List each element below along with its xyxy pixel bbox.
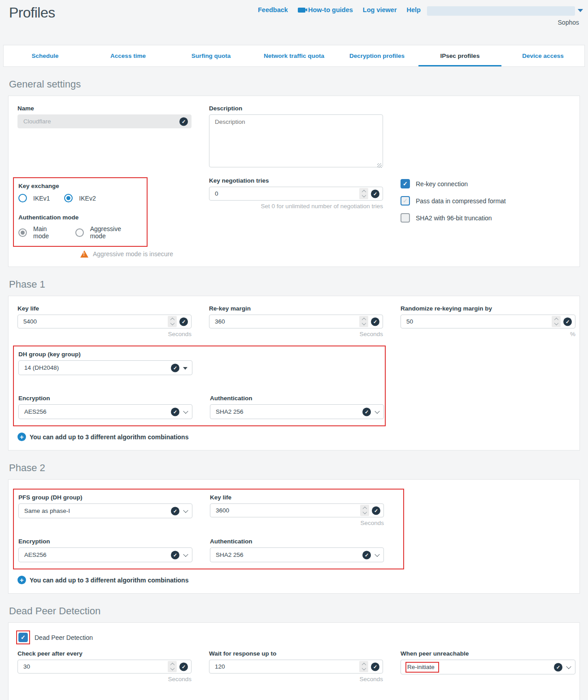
phase2-encryption-select[interactable]: AES256 ✓	[18, 547, 192, 562]
number-stepper[interactable]	[168, 316, 177, 327]
help-link[interactable]: Help	[407, 6, 421, 13]
phase1-authentication-select[interactable]: SHA2 256 ✓	[210, 404, 384, 419]
valid-check-icon: ✓	[171, 507, 179, 515]
reinitiate-highlight-box: Re-initiate	[405, 662, 439, 673]
phase2-algorithms-highlight-box: PFS group (DH group) Same as phase-I ✓ K…	[13, 489, 404, 569]
wait-response-unit: Seconds	[209, 676, 383, 682]
phase2-add-note: You can add up to 3 different algorithm …	[30, 577, 188, 584]
tab-decryption-profiles[interactable]: Decryption profiles	[335, 45, 418, 66]
phase2-key-life-unit: Seconds	[210, 520, 384, 526]
dpd-checkbox[interactable]: ✓	[18, 633, 28, 642]
valid-check-icon: ✓	[171, 551, 179, 559]
pass-compressed-checkbox[interactable]: ✓	[401, 196, 410, 206]
name-input	[17, 114, 192, 128]
aggressive-warning-text: Aggressive mode is insecure	[93, 250, 173, 258]
resize-grip-icon[interactable]	[377, 163, 382, 168]
peer-unreachable-label: When peer unreachable	[401, 650, 575, 657]
radio-main-mode[interactable]	[18, 228, 27, 237]
peer-unreachable-select[interactable]: Re-initiate ✓	[401, 660, 575, 674]
tab-network-traffic-quota[interactable]: Network traffic quota	[253, 45, 335, 66]
radio-aggressive-mode[interactable]	[75, 228, 84, 237]
rekey-connection-checkbox-row[interactable]: ✓ Re-key connection	[401, 179, 575, 188]
auth-mode-label: Authentication mode	[18, 214, 141, 221]
number-stepper[interactable]	[359, 188, 368, 199]
phase2-encryption-label: Encryption	[18, 538, 192, 545]
phase1-encryption-select[interactable]: AES256 ✓	[18, 404, 192, 419]
number-stepper[interactable]	[359, 661, 368, 672]
feedback-link[interactable]: Feedback	[258, 6, 288, 13]
phase1-heading: Phase 1	[9, 279, 579, 290]
wait-response-input[interactable]	[209, 660, 383, 674]
chevron-down-icon	[375, 551, 379, 556]
randomize-margin-input[interactable]	[401, 315, 575, 328]
valid-check-icon: ✓	[179, 662, 188, 671]
pfs-group-label: PFS group (DH group)	[18, 494, 192, 501]
sha2-truncation-checkbox[interactable]	[401, 213, 410, 223]
number-stepper[interactable]	[360, 505, 369, 516]
phase1-encryption-label: Encryption	[18, 395, 192, 402]
check-peer-input[interactable]	[17, 660, 192, 674]
chevron-down-icon	[375, 408, 379, 413]
tab-surfing-quota[interactable]: Surfing quota	[170, 45, 253, 66]
radio-ikev1-label: IKEv1	[33, 195, 50, 202]
valid-check-icon: ✓	[372, 506, 380, 515]
tab-schedule[interactable]: Schedule	[4, 45, 87, 66]
pfs-group-select[interactable]: Same as phase-I ✓	[18, 503, 192, 518]
video-camera-icon	[298, 8, 305, 13]
log-viewer-link[interactable]: Log viewer	[363, 6, 397, 13]
general-settings-heading: General settings	[9, 79, 579, 90]
phase1-key-life-label: Key life	[17, 305, 192, 312]
phase1-card: Key life ✓ Seconds Re-key margin ✓ Secon…	[8, 296, 580, 451]
phase2-authentication-select[interactable]: SHA2 256 ✓	[210, 547, 384, 562]
wait-response-label: Wait for response up to	[209, 650, 383, 657]
pass-compressed-checkbox-row[interactable]: ✓ Pass data in compressed format	[401, 196, 575, 206]
check-peer-unit: Seconds	[17, 676, 192, 682]
name-label: Name	[17, 105, 192, 112]
radio-ikev2[interactable]	[64, 194, 73, 202]
valid-check-icon: ✓	[179, 117, 188, 126]
tab-access-time[interactable]: Access time	[87, 45, 170, 66]
phase2-key-life-label: Key life	[210, 494, 384, 501]
tab-bar: Schedule Access time Surfing quota Netwo…	[3, 45, 585, 67]
number-stepper[interactable]	[168, 661, 177, 672]
radio-aggressive-mode-label: Aggressive mode	[90, 225, 133, 240]
rekey-connection-label: Re-key connection	[416, 180, 468, 188]
tab-device-access[interactable]: Device access	[501, 45, 584, 66]
sha2-truncation-checkbox-row[interactable]: SHA2 with 96-bit truncation	[401, 213, 575, 223]
phase2-key-life-input[interactable]	[210, 503, 384, 517]
valid-check-icon: ✓	[362, 551, 371, 559]
general-settings-card: Name ✓ Description Key exchange IKEv1	[8, 96, 580, 267]
valid-check-icon: ✓	[362, 407, 371, 416]
chevron-down-icon	[183, 408, 188, 413]
number-stepper[interactable]	[552, 316, 561, 327]
chevron-down-icon[interactable]	[578, 9, 583, 12]
key-negotiation-input[interactable]	[209, 187, 383, 201]
tab-ipsec-profiles[interactable]: IPsec profiles	[418, 45, 501, 66]
phase1-key-life-unit: Seconds	[17, 331, 192, 337]
rekey-margin-label: Re-key margin	[209, 305, 383, 312]
dpd-card: ✓ Dead Peer Detection Check peer after e…	[8, 622, 580, 700]
phase1-key-life-input[interactable]	[17, 315, 192, 328]
key-negotiation-help: Set 0 for unlimited number of negotiatio…	[209, 203, 383, 210]
add-combination-button[interactable]: +	[17, 576, 26, 584]
key-exchange-label: Key exchange	[18, 183, 141, 189]
key-negotiation-label: Key negotiation tries	[209, 177, 383, 184]
dpd-checkbox-highlight-box: ✓	[16, 630, 30, 644]
rekey-connection-checkbox[interactable]: ✓	[401, 179, 410, 188]
number-stepper[interactable]	[359, 316, 368, 327]
howto-guides-link[interactable]: How-to guides	[298, 6, 353, 13]
phase2-heading: Phase 2	[9, 462, 579, 474]
description-textarea[interactable]	[209, 114, 383, 167]
add-combination-button[interactable]: +	[17, 433, 26, 441]
radio-ikev1[interactable]	[18, 194, 27, 202]
brand-label: Sophos	[558, 19, 579, 26]
rekey-margin-input[interactable]	[209, 315, 383, 328]
key-exchange-highlight-box: Key exchange IKEv1 IKEv2 Authentication …	[13, 177, 148, 247]
valid-check-icon: ✓	[563, 317, 572, 326]
chevron-down-icon	[183, 551, 188, 556]
device-selector[interactable]	[427, 6, 575, 16]
check-peer-label: Check peer after every	[17, 650, 192, 657]
dh-group-select[interactable]: 14 (DH2048) ✓	[18, 360, 192, 375]
sha2-truncation-label: SHA2 with 96-bit truncation	[416, 214, 492, 222]
valid-check-icon: ✓	[371, 317, 379, 326]
